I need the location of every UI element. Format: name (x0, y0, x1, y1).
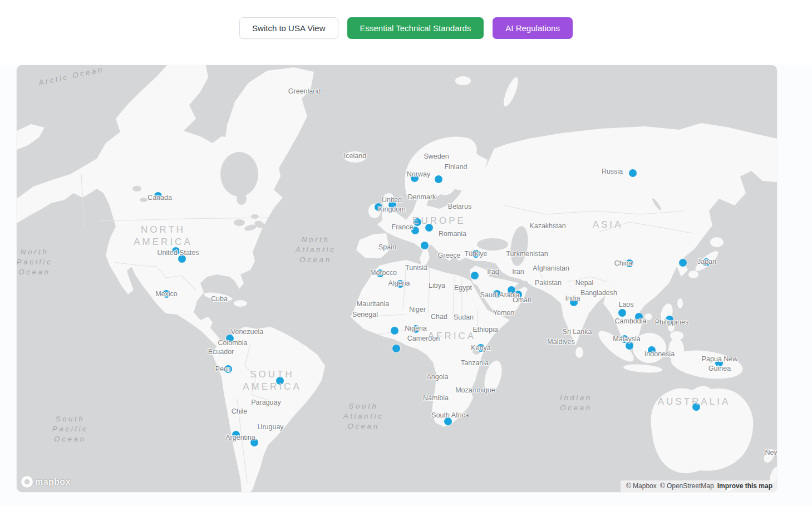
map-label-ocean-arctic-ocean: Arctic Ocean (38, 65, 105, 88)
map-marker-south-africa[interactable] (444, 417, 452, 425)
map-label-country-chile: Chile (232, 407, 248, 416)
map-marker-chile[interactable] (232, 431, 240, 439)
map-marker-peru[interactable] (224, 365, 232, 373)
map-label-country-cameroon: Cameroon (407, 334, 440, 343)
map-label-country-tunisia: Tunisia (405, 263, 427, 273)
map-label-continent-south-america: SOUTH AMERICA (243, 369, 301, 394)
map-label-country-uruguay: Uruguay (257, 423, 283, 432)
map-label-country-france: France (392, 223, 414, 232)
map-marker-kenya[interactable] (477, 344, 485, 352)
map-label-ocean-south-pacific-ocean: South Pacific Ocean (52, 414, 88, 444)
map-label-country-greece: Greece (438, 251, 461, 261)
map-marker-nigeria[interactable] (412, 325, 420, 333)
map-label-country-iran: Iran (512, 267, 524, 277)
map-label-country-new: New (765, 448, 777, 458)
map-label-country-russia: Russia (602, 167, 623, 176)
map-marker-netherlands[interactable] (414, 218, 421, 226)
map-marker-sweden[interactable] (435, 175, 442, 183)
map-marker-israel[interactable] (471, 272, 479, 279)
map-label-country-sri-lanka: Sri Lanka (563, 327, 592, 337)
map-marker-mexico[interactable] (163, 290, 170, 298)
attribution-osm[interactable]: © OpenStreetMap (660, 482, 714, 490)
map-marker-saudi-arabia[interactable] (493, 290, 501, 298)
map-panel[interactable]: GreenlandIcelandCanadaUnited StatesMexic… (17, 65, 777, 492)
map-marker-germany[interactable] (425, 224, 433, 232)
map-overlay-layers: GreenlandIcelandCanadaUnited StatesMexic… (17, 65, 777, 492)
map-label-country-sudan: Sudan (454, 313, 474, 322)
map-label-country-nepal: Nepal (575, 278, 594, 288)
map-marker-morocco[interactable] (376, 269, 384, 277)
map-marker-italy[interactable] (421, 242, 429, 249)
map-label-country-denmark: Denmark (408, 193, 436, 202)
map-label-country-ecuador: Ecuador (208, 347, 234, 357)
map-marker-russia[interactable] (629, 169, 637, 177)
map-label-continent-asia: ASIA (593, 219, 623, 231)
map-label-country-egypt: Egypt (454, 283, 472, 293)
mapbox-logo-word: mapbox (35, 477, 71, 487)
map-marker-sao-tome[interactable] (392, 345, 400, 352)
map-label-country-angola: Angola (427, 372, 449, 382)
map-marker-usa-west[interactable] (172, 247, 180, 255)
map-label-continent-north-america: NORTH AMERICA (134, 224, 192, 249)
map-label-ocean-south-atlantic-ocean: South Atlantic Ocean (343, 401, 383, 431)
map-label-country-libya: Libya (429, 281, 445, 291)
map-label-country-spain: Spain (378, 243, 396, 252)
map-label-country-laos: Laos (618, 300, 633, 310)
map-marker-colombia[interactable] (226, 335, 234, 342)
map-label-country-iceland: Iceland (344, 151, 366, 161)
map-label-country-paraguay: Paraguay (251, 398, 281, 407)
map-marker-uae[interactable] (514, 291, 522, 298)
map-label-ocean-north-pacific-ocean: North Pacific Ocean (17, 247, 52, 277)
map-marker-singapore[interactable] (626, 342, 633, 350)
map-marker-turkiye[interactable] (472, 250, 480, 258)
map-marker-indonesia[interactable] (648, 346, 656, 354)
map-marker-thailand[interactable] (618, 309, 626, 317)
map-label-country-belarus: Belarus (448, 202, 471, 212)
mapbox-logo-icon (21, 476, 33, 488)
map-label-country-kazakhstan: Kazakhstan (529, 222, 565, 231)
map-marker-papua-new-guinea[interactable] (715, 359, 723, 367)
map-marker-japan[interactable] (702, 258, 710, 266)
map-label-country-romania: Romania (439, 229, 466, 239)
map-label-ocean-north-atlantic-ocean: North Atlantic Ocean (296, 235, 336, 264)
page-header: Switch to USA View Essential Technical S… (0, 0, 812, 65)
map-marker-brazil[interactable] (276, 377, 284, 385)
mapbox-logo[interactable]: mapbox (21, 476, 71, 488)
map-marker-algeria[interactable] (396, 280, 404, 288)
map-marker-united-kingdom[interactable] (388, 201, 396, 209)
map-label-country-sweden: Sweden (424, 152, 449, 161)
button-row: Switch to USA View Essential Technical S… (0, 17, 812, 39)
switch-usa-view-button[interactable]: Switch to USA View (239, 17, 338, 39)
map-marker-usa-central[interactable] (178, 255, 186, 263)
attribution-improve-link[interactable]: Improve this map (717, 482, 772, 490)
map-label-country-greenland: Greenland (288, 87, 321, 96)
map-marker-vietnam[interactable] (635, 313, 643, 321)
map-marker-india[interactable] (570, 298, 578, 306)
map-label-country-tanzania: Tanzania (461, 358, 489, 368)
attribution-mapbox[interactable]: © Mapbox (626, 482, 657, 490)
map-label-country-finland: Finland (445, 163, 467, 172)
map-label-country-chad: Chad (431, 312, 447, 322)
map-marker-canada[interactable] (154, 192, 162, 200)
ai-regulations-button[interactable]: AI Regulations (493, 17, 573, 39)
map-label-country-turkmenistan: Turkmenistan (506, 249, 548, 259)
map-attribution: © Mapbox © OpenStreetMap Improve this ma… (621, 480, 777, 492)
map-marker-ghana[interactable] (391, 327, 398, 335)
map-label-country-pakistan: Pakistan (535, 278, 562, 288)
map-marker-philippines[interactable] (666, 316, 673, 323)
map-label-continent-africa: AFRICA (428, 330, 476, 342)
map-label-country-namibia: Namibia (423, 394, 449, 403)
map-label-country-iraq: Iraq (487, 267, 499, 277)
map-label-country-ethiopia: Ethiopia (473, 325, 498, 335)
map-label-country-venezuela: Venezuela (231, 327, 263, 337)
map-marker-ireland[interactable] (375, 203, 382, 211)
map-marker-switzerland[interactable] (411, 227, 419, 234)
map-label-country-cuba: Cuba (211, 294, 228, 304)
map-marker-norway[interactable] (411, 174, 419, 182)
map-label-country-maldives: Maldives (547, 337, 574, 347)
map-marker-argentina[interactable] (250, 439, 258, 446)
essential-technical-standards-button[interactable]: Essential Technical Standards (347, 17, 484, 39)
map-marker-australia[interactable] (692, 403, 700, 411)
map-marker-china[interactable] (626, 259, 633, 267)
map-marker-south-korea[interactable] (679, 259, 687, 267)
